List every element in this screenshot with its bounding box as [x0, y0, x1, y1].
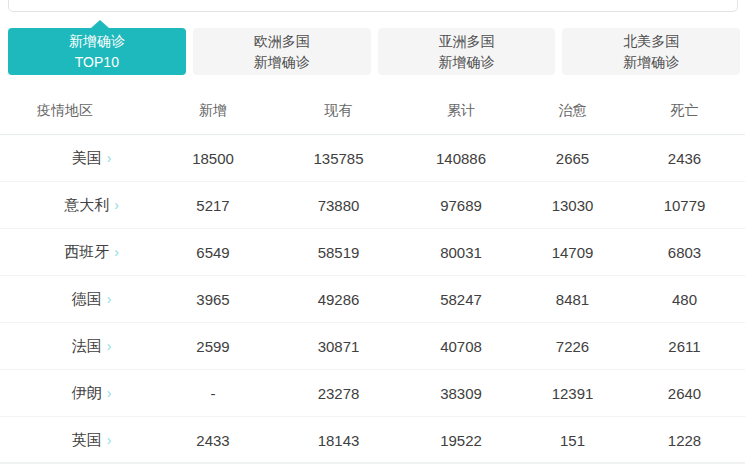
deaths-value: 2436	[624, 135, 745, 182]
table-bottom-border	[0, 462, 745, 463]
new-cases-value: -	[150, 370, 276, 417]
table-row: 英国›243318143195221511228	[0, 417, 745, 464]
table-header-row: 疫情地区 新增 现有 累计 治愈 死亡	[0, 75, 745, 135]
existing-cases-value: 49286	[276, 276, 401, 323]
total-cases-value: 80031	[401, 229, 521, 276]
table-row: 西班牙›65495851980031147096803	[0, 229, 745, 276]
tab-label-line1: 北美多国	[623, 31, 679, 52]
top-panel-partial	[8, 0, 738, 12]
total-cases-value: 97689	[401, 182, 521, 229]
cured-value: 14709	[521, 229, 624, 276]
chevron-right-icon: ›	[114, 197, 119, 213]
active-tab-caret-icon	[91, 20, 109, 28]
col-header-total: 累计	[401, 75, 521, 135]
total-cases-value: 40708	[401, 323, 521, 370]
region-link[interactable]: 法国›	[0, 323, 150, 370]
epidemic-stats-table: 疫情地区 新增 现有 累计 治愈 死亡 美国›18500135785140886…	[0, 75, 745, 465]
total-cases-value: 19522	[401, 417, 521, 464]
cured-value: 151	[521, 417, 624, 464]
tab-label-line2: 新增确诊	[438, 52, 494, 73]
deaths-value: 480	[624, 276, 745, 323]
tab-label-line1: 亚洲多国	[438, 31, 494, 52]
region-link[interactable]: 美国›	[0, 135, 150, 182]
new-cases-value: 6549	[150, 229, 276, 276]
deaths-value: 2640	[624, 370, 745, 417]
cured-value: 8481	[521, 276, 624, 323]
region-name: 法国	[72, 337, 102, 354]
chevron-right-icon: ›	[107, 338, 112, 354]
deaths-value: 10779	[624, 182, 745, 229]
tab-label-line2: 新增确诊	[623, 52, 679, 73]
cured-value: 12391	[521, 370, 624, 417]
tab-label-line2: 新增确诊	[254, 52, 310, 73]
chevron-right-icon: ›	[107, 385, 112, 401]
table-row: 伊朗›-2327838309123912640	[0, 370, 745, 417]
deaths-value: 2611	[624, 323, 745, 370]
deaths-value: 1228	[624, 417, 745, 464]
chevron-right-icon: ›	[107, 432, 112, 448]
region-link[interactable]: 德国›	[0, 276, 150, 323]
col-header-cured: 治愈	[521, 75, 624, 135]
region-link[interactable]: 西班牙›	[0, 229, 150, 276]
tab-new-confirmed-top10[interactable]: 新增确诊 TOP10	[8, 28, 186, 75]
tab-label-line1: 欧洲多国	[254, 31, 310, 52]
table-row: 意大利›521773880976891303010779	[0, 182, 745, 229]
new-cases-value: 5217	[150, 182, 276, 229]
tab-bar: 新增确诊 TOP10 欧洲多国 新增确诊 亚洲多国 新增确诊 北美多国 新增确诊	[8, 28, 740, 75]
region-name: 德国	[72, 290, 102, 307]
region-name: 西班牙	[64, 243, 109, 260]
new-cases-value: 2599	[150, 323, 276, 370]
region-name: 伊朗	[72, 384, 102, 401]
new-cases-value: 2433	[150, 417, 276, 464]
chevron-right-icon: ›	[107, 150, 112, 166]
total-cases-value: 140886	[401, 135, 521, 182]
existing-cases-value: 135785	[276, 135, 401, 182]
region-link[interactable]: 英国›	[0, 417, 150, 464]
region-name: 英国	[72, 431, 102, 448]
tab-label-line2: TOP10	[75, 52, 119, 73]
region-name: 美国	[72, 149, 102, 166]
existing-cases-value: 58519	[276, 229, 401, 276]
col-header-new: 新增	[150, 75, 276, 135]
table-row: 法国›2599308714070872262611	[0, 323, 745, 370]
new-cases-value: 3965	[150, 276, 276, 323]
total-cases-value: 38309	[401, 370, 521, 417]
chevron-right-icon: ›	[107, 291, 112, 307]
cured-value: 7226	[521, 323, 624, 370]
total-cases-value: 58247	[401, 276, 521, 323]
tab-europe-new-confirmed[interactable]: 欧洲多国 新增确诊	[193, 28, 371, 75]
cured-value: 2665	[521, 135, 624, 182]
tab-north-america-new-confirmed[interactable]: 北美多国 新增确诊	[562, 28, 740, 75]
col-header-dead: 死亡	[624, 75, 745, 135]
region-link[interactable]: 意大利›	[0, 182, 150, 229]
table-row: 德国›396549286582478481480	[0, 276, 745, 323]
col-header-region: 疫情地区	[0, 75, 150, 135]
deaths-value: 6803	[624, 229, 745, 276]
new-cases-value: 18500	[150, 135, 276, 182]
existing-cases-value: 23278	[276, 370, 401, 417]
cured-value: 13030	[521, 182, 624, 229]
existing-cases-value: 73880	[276, 182, 401, 229]
region-name: 意大利	[64, 196, 109, 213]
existing-cases-value: 18143	[276, 417, 401, 464]
table-row: 美国›1850013578514088626652436	[0, 135, 745, 182]
tab-label-line1: 新增确诊	[69, 31, 125, 52]
chevron-right-icon: ›	[114, 244, 119, 260]
existing-cases-value: 30871	[276, 323, 401, 370]
region-link[interactable]: 伊朗›	[0, 370, 150, 417]
col-header-existing: 现有	[276, 75, 401, 135]
tab-asia-new-confirmed[interactable]: 亚洲多国 新增确诊	[378, 28, 556, 75]
